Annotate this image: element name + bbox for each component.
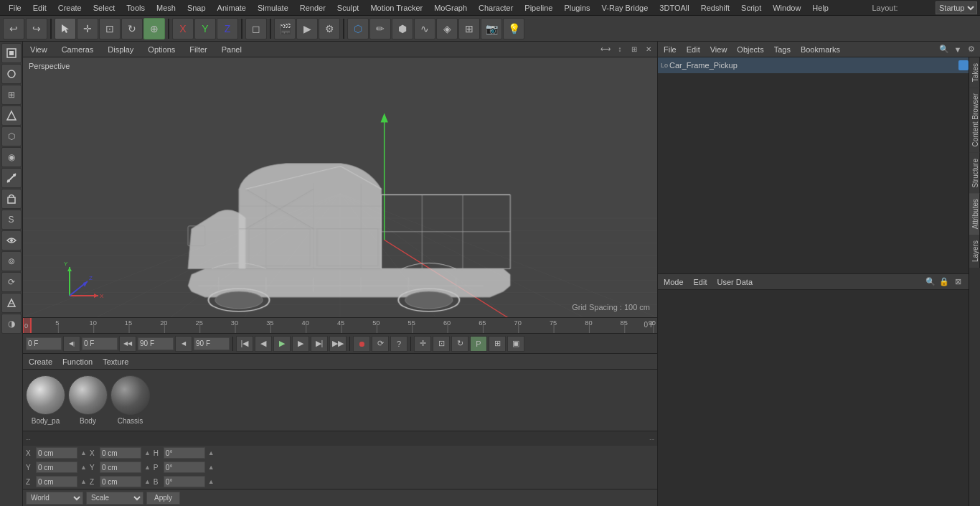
- start-frame-input[interactable]: [82, 337, 118, 350]
- x2-arrow[interactable]: ▲: [144, 449, 151, 456]
- left-tool-11[interactable]: ⊚: [1, 251, 22, 271]
- viewport-cube-button[interactable]: ⬡: [347, 18, 369, 39]
- viewport-icon-3[interactable]: ⊞: [628, 44, 640, 55]
- menu-mesh[interactable]: Mesh: [151, 2, 182, 14]
- mat-menu-texture[interactable]: Texture: [100, 356, 131, 367]
- tab-attributes[interactable]: Attributes: [969, 193, 980, 235]
- viewport-close-icon[interactable]: ✕: [643, 44, 654, 55]
- menu-snap[interactable]: Snap: [182, 2, 212, 14]
- menu-plugins[interactable]: Plugins: [558, 2, 595, 14]
- world-select[interactable]: World: [26, 492, 83, 505]
- menu-help[interactable]: Help: [806, 2, 834, 14]
- tab-layers[interactable]: Layers: [969, 235, 980, 268]
- viewport-menu-cameras[interactable]: Cameras: [57, 44, 98, 55]
- am-menu-user-data[interactable]: User Data: [715, 276, 756, 288]
- menu-tools[interactable]: Tools: [121, 2, 151, 14]
- menu-character[interactable]: Character: [473, 2, 519, 14]
- am-menu-mode[interactable]: Mode: [661, 276, 687, 288]
- sculpt-button[interactable]: ⬢: [392, 18, 413, 39]
- step-back-button[interactable]: ◀: [255, 336, 272, 352]
- menu-script[interactable]: Script: [735, 2, 767, 14]
- am-icon-1[interactable]: 🔍: [925, 276, 936, 288]
- material-chassis[interactable]: Chassis: [110, 375, 150, 425]
- left-tool-13[interactable]: [1, 293, 22, 313]
- om-menu-view[interactable]: View: [707, 44, 730, 55]
- p-input[interactable]: [164, 462, 205, 473]
- tc-btn-2[interactable]: ◀◀: [119, 336, 136, 352]
- tab-takes[interactable]: Takes: [969, 57, 980, 88]
- left-tool-6[interactable]: ◉: [1, 147, 22, 167]
- layout-select[interactable]: Startup: [936, 1, 977, 14]
- menu-animate[interactable]: Animate: [212, 2, 252, 14]
- rotate-tool-button[interactable]: ↻: [121, 18, 143, 39]
- menu-simulate[interactable]: Simulate: [252, 2, 294, 14]
- om-menu-edit[interactable]: Edit: [684, 44, 703, 55]
- record-button[interactable]: ⏺: [353, 336, 370, 352]
- om-settings-icon[interactable]: ⚙: [966, 44, 977, 55]
- undo-button[interactable]: ↩: [3, 18, 24, 39]
- menu-vray-bridge[interactable]: V-Ray Bridge: [596, 2, 654, 14]
- om-menu-tags[interactable]: Tags: [771, 44, 793, 55]
- left-tool-8[interactable]: [1, 189, 22, 209]
- tc-grid-button[interactable]: ⊞: [489, 336, 506, 352]
- render-settings-button[interactable]: ⚙: [319, 18, 340, 39]
- current-frame-input[interactable]: [26, 337, 62, 350]
- x-arrow[interactable]: ▲: [80, 449, 87, 456]
- x-axis-button[interactable]: X: [172, 18, 194, 39]
- render-button[interactable]: ▶: [296, 18, 318, 39]
- am-menu-edit[interactable]: Edit: [691, 276, 710, 288]
- cursor-tool-button[interactable]: [55, 18, 76, 39]
- menu-render[interactable]: Render: [294, 2, 331, 14]
- om-filter-icon[interactable]: ▼: [952, 44, 963, 55]
- menu-select[interactable]: Select: [88, 2, 121, 14]
- menu-redshift[interactable]: Redshift: [695, 2, 735, 14]
- menu-create[interactable]: Create: [52, 2, 88, 14]
- z-axis-button[interactable]: Z: [217, 18, 238, 39]
- tc-scale-button[interactable]: ⊡: [433, 336, 450, 352]
- left-tool-14[interactable]: ◑: [1, 314, 22, 334]
- y-axis-button[interactable]: Y: [194, 18, 216, 39]
- end-frame2-input[interactable]: [194, 337, 230, 350]
- viewport-menu-display[interactable]: Display: [103, 44, 138, 55]
- om-menu-bookmarks[interactable]: Bookmarks: [798, 44, 843, 55]
- tc-help-button[interactable]: ?: [390, 336, 407, 352]
- b-arrow[interactable]: ▲: [208, 478, 215, 485]
- menu-edit[interactable]: Edit: [27, 2, 52, 14]
- y-pos-input[interactable]: [36, 462, 77, 473]
- om-content[interactable]: Lo Car_Frame_Pickup: [658, 57, 980, 273]
- left-tool-10[interactable]: [1, 230, 22, 250]
- tc-btn-1[interactable]: ◀|: [63, 336, 80, 352]
- menu-mograph[interactable]: MoGraph: [428, 2, 473, 14]
- y2-pos-input[interactable]: [100, 462, 141, 473]
- menu-motion-tracker[interactable]: Motion Tracker: [364, 2, 428, 14]
- tc-move-button[interactable]: ✛: [414, 336, 431, 352]
- play-button[interactable]: ▶: [273, 336, 291, 352]
- left-tool-1[interactable]: [1, 43, 22, 63]
- light-button[interactable]: 💡: [503, 18, 524, 39]
- playhead[interactable]: [30, 318, 32, 333]
- tab-structure[interactable]: Structure: [969, 153, 980, 194]
- p-arrow[interactable]: ▲: [208, 464, 215, 471]
- material-body[interactable]: Body: [68, 375, 108, 425]
- 3d-viewport[interactable]: Perspective: [23, 57, 657, 317]
- tc-btn-3[interactable]: ◀: [175, 336, 192, 352]
- loop-button[interactable]: ⟳: [372, 336, 389, 352]
- mat-menu-function[interactable]: Function: [60, 356, 95, 367]
- tc-rotate-button[interactable]: ↻: [451, 336, 468, 352]
- move-tool-button[interactable]: ✛: [77, 18, 98, 39]
- om-object-row[interactable]: Lo Car_Frame_Pickup: [658, 57, 980, 73]
- y2-arrow[interactable]: ▲: [144, 464, 151, 471]
- play-to-end-button[interactable]: ▶|: [311, 336, 328, 352]
- menu-sculpt[interactable]: Sculpt: [331, 2, 365, 14]
- tc-snap-button[interactable]: ▣: [507, 336, 524, 352]
- jump-to-end-button[interactable]: ▶▶: [329, 336, 347, 352]
- redo-button[interactable]: ↪: [26, 18, 47, 39]
- render-view-button[interactable]: 🎬: [274, 18, 296, 39]
- am-icon-3[interactable]: ⊠: [952, 276, 963, 288]
- left-tool-2[interactable]: [1, 64, 22, 84]
- viewport-icon-2[interactable]: ↕: [614, 44, 626, 55]
- am-icon-2[interactable]: 🔒: [938, 276, 950, 288]
- om-menu-objects[interactable]: Objects: [734, 44, 766, 55]
- scale-tool-button[interactable]: ⊡: [99, 18, 121, 39]
- multi-transform-button[interactable]: ⊕: [143, 18, 165, 39]
